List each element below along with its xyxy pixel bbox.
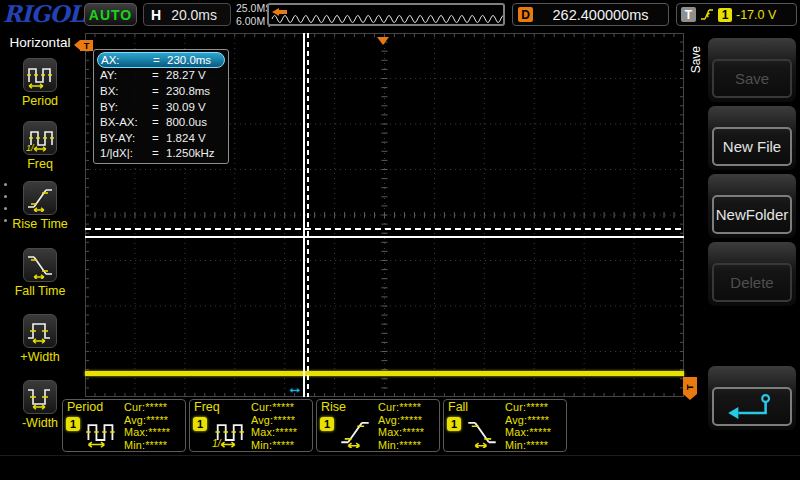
- timebase-value: 20.0ms: [171, 7, 217, 23]
- source-badge: 1: [193, 417, 207, 431]
- period-icon: [82, 416, 120, 448]
- h-label: H: [151, 7, 161, 23]
- sidebar-item-plus-width[interactable]: +Width: [0, 314, 80, 364]
- scroll-dot: [4, 219, 7, 222]
- graticule: ↔ T T AX:=230.0ms AY:=28.27 V BX:=230.8m…: [85, 33, 684, 397]
- return-arrow-icon: [723, 390, 781, 424]
- cursor-ay-line[interactable]: [85, 236, 684, 238]
- measurement-panel-period[interactable]: Period 1 Cur:***** Avg:***** Max:***** M…: [62, 399, 186, 452]
- softkey-new-folder[interactable]: NewFolder: [708, 174, 796, 238]
- cursor-bx-line[interactable]: [307, 33, 309, 397]
- sidebar-item-rise-time[interactable]: Rise Time: [0, 181, 80, 231]
- trigger-level-marker[interactable]: T: [683, 377, 698, 401]
- trigger-position-marker[interactable]: [377, 37, 389, 45]
- svg-text:1/: 1/: [212, 438, 222, 448]
- freq-icon: 1/: [209, 416, 247, 448]
- rising-edge-icon: [700, 7, 714, 22]
- scroll-dot: [4, 183, 7, 186]
- cursor-row-ay: AY:=28.27 V: [97, 68, 225, 84]
- ch1-trace: [85, 371, 684, 376]
- delay-badge: D: [518, 7, 533, 22]
- period-icon: [26, 61, 54, 89]
- source-badge: 1: [447, 417, 461, 431]
- fall-time-icon: [463, 416, 501, 448]
- waveform-preview[interactable]: [267, 3, 505, 26]
- trigger-source-badge: 1: [718, 8, 732, 22]
- cursor-row-bx-ax: BX-AX:=800.0us: [97, 114, 225, 130]
- sidebar-item-label: Rise Time: [0, 217, 80, 231]
- sidebar-item-period[interactable]: Period: [0, 58, 80, 108]
- softkey-return[interactable]: [708, 366, 796, 430]
- cursor-readout-panel: AX:=230.0ms AY:=28.27 V BX:=230.8ms BY:=…: [93, 49, 229, 164]
- delay-value: 262.400000ms: [533, 7, 668, 23]
- top-status-bar: RIGOL AUTO H 20.0ms 25.0MSa/s 6.00M pts …: [0, 0, 800, 30]
- freq-icon: 1/: [26, 124, 54, 152]
- trigger-badge: T: [681, 7, 696, 22]
- sidebar-item-label: Freq: [0, 157, 80, 171]
- softkey-new-file[interactable]: New File: [708, 106, 796, 170]
- trigger-delay-box[interactable]: D 262.400000ms: [512, 3, 669, 26]
- softkey-delete[interactable]: Delete: [708, 242, 796, 306]
- channel-status-bar: 1 7.60 V 2 5.00 V: [0, 455, 800, 480]
- sidebar-item-label: Period: [0, 94, 80, 108]
- sidebar-title: Horizontal: [0, 35, 80, 50]
- trigger-level-value: -17.0 V: [736, 8, 776, 22]
- scroll-dot: [4, 207, 7, 210]
- plus-width-icon: [26, 317, 54, 345]
- cursor-by-line[interactable]: [85, 228, 684, 230]
- cursor-row-bx: BX:=230.8ms: [97, 83, 225, 99]
- source-badge: 1: [66, 417, 80, 431]
- source-badge: 1: [320, 417, 334, 431]
- svg-text:1/: 1/: [26, 143, 35, 152]
- cursor-move-arrows[interactable]: ↔: [287, 379, 303, 397]
- menu-tab-save: Save: [689, 46, 703, 73]
- scroll-dot: [4, 195, 7, 198]
- svg-text:T: T: [685, 384, 695, 390]
- trigger-status-box[interactable]: T 1 -17.0 V: [676, 3, 797, 26]
- measurement-panel-freq[interactable]: Freq 1 1/ Cur:***** Avg:***** Max:***** …: [189, 399, 313, 452]
- measurement-panel-rise[interactable]: Rise 1 Cur:***** Avg:***** Max:***** Min…: [316, 399, 440, 452]
- minus-width-icon: [26, 383, 54, 411]
- fall-time-icon: [26, 251, 54, 279]
- sidebar-item-fall-time[interactable]: Fall Time: [0, 248, 80, 298]
- cursor-ax-line[interactable]: [303, 33, 305, 397]
- horizontal-timebase-box[interactable]: H 20.0ms: [143, 3, 231, 26]
- cursor-row-by: BY:=30.09 V: [97, 99, 225, 115]
- sidebar-item-label: +Width: [0, 350, 80, 364]
- rise-time-icon: [26, 184, 54, 212]
- preview-waveform-icon: [271, 11, 503, 23]
- sidebar-item-freq[interactable]: 1/ Freq: [0, 121, 80, 171]
- run-state-badge: AUTO: [84, 3, 137, 26]
- rise-time-icon: [336, 416, 374, 448]
- cursor-row-inverse-dx: 1/|dX|:=1.250kHz: [97, 146, 225, 162]
- softkey-save[interactable]: Save: [708, 38, 796, 102]
- cursor-row-ax: AX:=230.0ms: [97, 52, 225, 68]
- trigger-position-offscreen-marker[interactable]: T: [80, 40, 93, 51]
- cursor-row-by-ay: BY-AY:=1.824 V: [97, 130, 225, 146]
- sidebar-item-label: Fall Time: [0, 284, 80, 298]
- rigol-logo: RIGOL: [3, 0, 84, 27]
- measurement-panel-fall[interactable]: Fall 1 Cur:***** Avg:***** Max:***** Min…: [443, 399, 567, 452]
